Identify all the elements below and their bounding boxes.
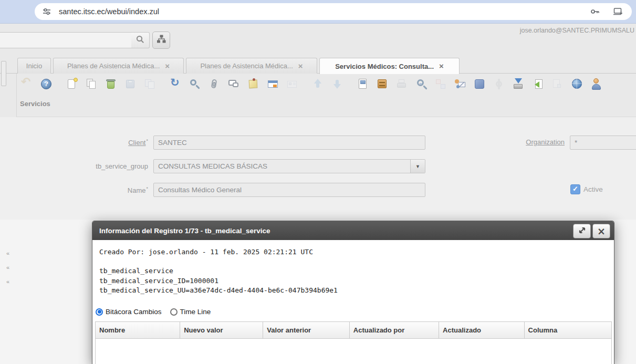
tab-1[interactable]: Planes de Asistencia Médica...× [53,58,184,74]
tab-label: Planes de Asistencia Médica... [67,62,160,70]
browser-bar: santec.itsc.ec/webui/index.zul [0,0,636,24]
tab-label: Inicio [26,62,42,70]
archive-icon[interactable] [376,77,389,91]
radio-bitacora[interactable] [96,308,103,316]
table-header-row: NombreNuevo valorValor anteriorActualiza… [96,322,611,339]
active-checkbox[interactable]: ✓ [570,184,580,194]
attachment-icon[interactable] [207,77,221,91]
report-layout-icon[interactable] [550,77,564,91]
organization-field[interactable] [570,136,636,150]
panel-collapse-icon[interactable]: « [6,250,9,256]
tab-close-icon[interactable]: × [439,63,444,69]
settings-gear-icon[interactable] [492,77,506,91]
refresh-icon[interactable] [169,77,182,91]
chat-icon[interactable] [227,77,241,91]
toolbar [0,74,636,95]
name-label: Name* [42,186,148,194]
service-group-label: tb_service_group [42,162,148,170]
find-record-icon[interactable] [188,77,202,91]
log-mode-radios: Bitácora CambiosTime Line [96,308,614,316]
menu-lookup-button[interactable] [152,32,170,49]
record-info-dialog: Información del Registro 1/73 - tb_medic… [92,221,614,364]
panel-collapse-icon[interactable]: « [6,264,9,271]
key-icon[interactable] [590,6,600,17]
postit-note-icon[interactable] [246,77,260,91]
detail-layout-icon[interactable] [285,77,299,91]
url-text[interactable]: santec.itsc.ec/webui/index.zul [59,7,159,16]
radio-label: Time Line [180,308,211,316]
dialog-titlebar[interactable]: Información del Registro 1/73 - tb_medic… [92,221,614,240]
close-icon: × [597,226,606,236]
combobox-value: CONSULTAS MEDICAS BÁSICAS [154,162,410,170]
help-icon[interactable] [39,77,53,91]
name-field[interactable] [153,183,425,197]
active-label: Active [583,185,603,193]
required-marker: * [146,138,148,143]
organization-label[interactable]: Organization [481,138,565,146]
zoom-across-icon[interactable] [414,77,428,91]
report-icon[interactable] [356,77,370,91]
column-header[interactable]: Nuevo valor [180,322,263,339]
page: santec.itsc.ec/webui/index.zul jose.orla… [0,0,636,364]
required-marker: * [146,186,148,191]
save-icon[interactable] [123,77,137,91]
column-header[interactable]: Actualizado [439,322,525,339]
file-import-icon[interactable] [531,77,545,91]
tab-3[interactable]: Servicios Médicos: Consulta...× [319,58,460,74]
west-panel-handle[interactable] [1,61,6,86]
tab-label: Planes de Asistencia Médica... [200,62,293,70]
radio-label: Bitácora Cambios [106,308,162,316]
detail-record-icon[interactable] [330,77,344,91]
dialog-title: Información del Registro 1/73 - tb_medic… [99,227,270,235]
new-record-icon[interactable] [65,77,79,91]
search-icon [135,35,145,46]
active-checkbox-row: ✓ Active [570,184,603,194]
combobox-arrow-button[interactable]: ▼ [410,160,425,173]
expand-icon [578,226,586,236]
hierarchy-icon [157,35,166,46]
address-bar[interactable]: santec.itsc.ec/webui/index.zul [35,3,632,20]
product-info-icon[interactable] [473,77,486,91]
tab-close-icon[interactable]: × [298,63,303,69]
install-icon[interactable] [613,6,623,17]
column-header[interactable]: Actualizado por [349,322,439,339]
request-icon[interactable] [453,77,467,91]
workflow-icon[interactable] [434,77,447,91]
export-icon[interactable] [512,77,525,91]
expand-button[interactable] [573,224,591,238]
user-email: jose.orlando@SANTEC.PRIMUMSALU [520,27,634,34]
tab-close-icon[interactable]: × [165,63,170,69]
service-group-combobox[interactable]: CONSULTAS MEDICAS BÁSICAS ▼ [153,159,425,173]
copy-record-icon[interactable] [85,77,98,91]
parent-record-icon[interactable] [311,77,325,91]
radio-timeline[interactable] [170,308,178,316]
column-header[interactable]: Valor anterior [263,322,349,339]
chevron-down-icon: ▼ [415,164,420,169]
print-icon[interactable] [395,77,409,91]
undo-icon[interactable] [20,77,34,91]
tab-bar: InicioPlanes de Asistencia Médica...×Pla… [17,58,462,74]
search-button[interactable] [131,32,150,48]
web-icon[interactable] [570,77,583,91]
save-create-new-icon[interactable] [143,77,157,91]
check-icon: ✓ [572,185,578,193]
change-log-table: NombreNuevo valorValor anteriorActualiza… [95,321,612,364]
user-icon[interactable] [589,77,603,91]
search-input[interactable] [0,32,132,48]
panel-collapse-icon[interactable]: « [6,278,9,285]
delete-record-icon[interactable] [104,77,118,91]
record-info-text: Creado Por: jose.orlando - 11 feb. 2025 … [99,247,614,295]
client-field[interactable] [153,136,425,150]
close-button[interactable]: × [592,224,610,238]
window-title: Servicios [20,100,50,108]
tab-0[interactable]: Inicio [17,58,51,74]
column-header[interactable]: Columna [524,322,611,339]
client-label[interactable]: Client* [42,138,148,147]
tune-icon[interactable] [41,6,52,17]
grid-toggle-icon[interactable] [266,77,279,91]
column-header[interactable]: Nombre [96,322,180,339]
tab-2[interactable]: Planes de Asistencia Médica...× [186,58,317,74]
tab-label: Servicios Médicos: Consulta... [335,63,434,70]
